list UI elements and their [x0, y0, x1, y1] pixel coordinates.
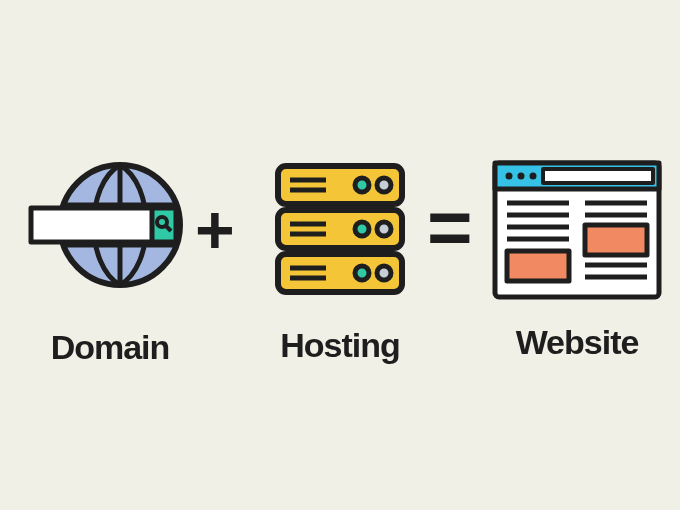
svg-point-22: [355, 266, 369, 280]
svg-point-21: [377, 222, 391, 236]
equals-operator: =: [427, 188, 469, 266]
globe-search-icon: [25, 150, 195, 310]
hosting-item: Hosting: [250, 148, 430, 365]
svg-point-23: [377, 266, 391, 280]
svg-rect-36: [585, 225, 647, 255]
website-item: Website: [482, 155, 672, 362]
svg-point-18: [355, 178, 369, 192]
server-icon: [260, 148, 420, 308]
hosting-label: Hosting: [280, 326, 400, 365]
svg-point-28: [530, 173, 537, 180]
domain-label: Domain: [51, 328, 170, 367]
svg-point-26: [506, 173, 513, 180]
domain-item: Domain: [20, 150, 200, 367]
svg-point-20: [355, 222, 369, 236]
svg-rect-29: [543, 169, 653, 183]
website-label: Website: [516, 323, 639, 362]
svg-rect-37: [507, 251, 569, 281]
plus-operator: +: [195, 195, 235, 263]
svg-point-27: [518, 173, 525, 180]
diagram-canvas: Domain +: [0, 0, 680, 510]
svg-point-19: [377, 178, 391, 192]
browser-window-icon: [487, 155, 667, 305]
